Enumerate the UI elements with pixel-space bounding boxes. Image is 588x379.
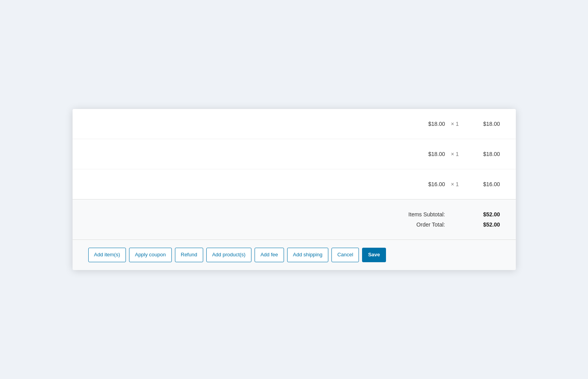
subtotal-value: $52.00: [469, 211, 500, 218]
order-summary-section: Items Subtotal: $52.00 Order Total: $52.…: [73, 199, 516, 240]
cancel-button[interactable]: Cancel: [331, 248, 359, 262]
item-quantity-separator-3: × 1: [445, 181, 465, 187]
order-total-value: $52.00: [469, 221, 500, 228]
item-quantity-separator-1: × 1: [445, 121, 465, 127]
item-price-3: $16.00: [410, 181, 445, 187]
refund-button[interactable]: Refund: [175, 248, 203, 262]
add-shipping-button[interactable]: Add shipping: [287, 248, 328, 262]
add-products-button[interactable]: Add product(s): [206, 248, 251, 262]
item-quantity-separator-2: × 1: [445, 151, 465, 157]
subtotal-label: Items Subtotal:: [408, 211, 445, 218]
table-row: $16.00 × 1 $16.00: [73, 169, 516, 199]
page-background: $18.00 × 1 $18.00 $18.00 × 1 $18.00 $16.…: [0, 0, 588, 379]
table-row: $18.00 × 1 $18.00: [73, 139, 516, 169]
save-button[interactable]: Save: [362, 248, 386, 262]
item-price-1: $18.00: [410, 121, 445, 127]
item-total-3: $16.00: [465, 181, 500, 187]
subtotal-row: Items Subtotal: $52.00: [408, 211, 500, 218]
order-total-label: Order Total:: [417, 221, 445, 228]
item-total-2: $18.00: [465, 151, 500, 157]
table-row: $18.00 × 1 $18.00: [73, 109, 516, 139]
add-items-button[interactable]: Add item(s): [88, 248, 126, 262]
item-price-2: $18.00: [410, 151, 445, 157]
order-items-section: $18.00 × 1 $18.00 $18.00 × 1 $18.00 $16.…: [73, 109, 516, 199]
apply-coupon-button[interactable]: Apply coupon: [129, 248, 172, 262]
actions-section: Add item(s) Apply coupon Refund Add prod…: [73, 240, 516, 270]
item-total-1: $18.00: [465, 121, 500, 127]
order-total-row: Order Total: $52.00: [417, 221, 500, 228]
add-fee-button[interactable]: Add fee: [255, 248, 284, 262]
order-modal: $18.00 × 1 $18.00 $18.00 × 1 $18.00 $16.…: [73, 109, 516, 270]
